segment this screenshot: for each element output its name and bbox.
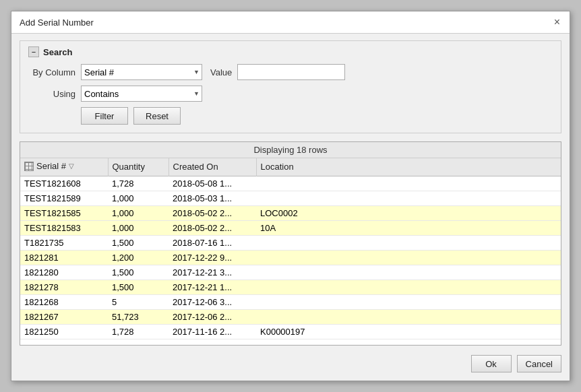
ok-button[interactable]: Ok xyxy=(471,355,512,372)
cell-serial: TEST1821585 xyxy=(20,205,108,220)
th-serial[interactable]: Serial # ▽ xyxy=(20,158,108,176)
table-body: TEST18216081,7282018-05-08 1...TEST18215… xyxy=(20,176,561,339)
cell-location xyxy=(256,265,561,280)
grid-icon xyxy=(24,162,34,171)
cell-location xyxy=(256,235,561,250)
filter-button[interactable]: Filter xyxy=(81,107,128,125)
using-select-wrapper: Contains Equals Starts With Ends With xyxy=(81,86,202,102)
cell-created: 2017-11-16 2... xyxy=(169,324,256,339)
cell-location xyxy=(256,191,561,205)
search-title: Search xyxy=(43,47,72,57)
search-section: − Search By Column Serial # Quantity Cre… xyxy=(20,40,561,133)
table-row[interactable]: 18212811,2002017-12-22 9... xyxy=(20,250,561,265)
th-location[interactable]: Location xyxy=(256,158,561,176)
table-row[interactable]: TEST18216081,7282018-05-08 1... xyxy=(20,176,561,191)
reset-button[interactable]: Reset xyxy=(133,107,181,125)
th-quantity[interactable]: Quantity xyxy=(108,158,169,176)
th-created-label: Created On xyxy=(173,162,218,172)
cell-created: 2018-05-08 1... xyxy=(169,176,256,191)
table-header-row: Serial # ▽ Quantity Created On Location xyxy=(20,158,561,176)
cell-location xyxy=(256,176,561,191)
cell-created: 2018-05-02 2... xyxy=(169,220,256,235)
table-row[interactable]: 18212501,7282017-11-16 2...K00000197 xyxy=(20,324,561,339)
table-section: Displaying 18 rows Serial # ▽ Quanti xyxy=(20,141,561,346)
using-select[interactable]: Contains Equals Starts With Ends With xyxy=(81,86,202,102)
cell-serial: 1821280 xyxy=(20,265,108,280)
cell-quantity: 1,500 xyxy=(108,265,169,280)
table-row[interactable]: 182126751,7232017-12-06 2... xyxy=(20,309,561,324)
cell-created: 2017-12-21 3... xyxy=(169,265,256,280)
th-location-label: Location xyxy=(261,162,294,172)
cell-location xyxy=(256,309,561,324)
cell-location xyxy=(256,294,561,309)
value-label: Value xyxy=(210,67,232,77)
cell-serial: T1821735 xyxy=(20,235,108,250)
cell-quantity: 1,728 xyxy=(108,176,169,191)
table-info-bar: Displaying 18 rows xyxy=(20,142,561,158)
cell-created: 2017-12-06 3... xyxy=(169,294,256,309)
by-column-select-wrapper: Serial # Quantity Created On Location xyxy=(81,64,202,80)
sort-icon: ▽ xyxy=(69,162,74,170)
cell-quantity: 1,000 xyxy=(108,191,169,205)
cell-quantity: 5 xyxy=(108,294,169,309)
cell-created: 2017-12-21 1... xyxy=(169,280,256,294)
cell-location xyxy=(256,280,561,294)
th-quantity-label: Quantity xyxy=(113,162,145,172)
cell-quantity: 1,500 xyxy=(108,280,169,294)
cell-serial: 1821267 xyxy=(20,309,108,324)
cell-created: 2018-05-03 1... xyxy=(169,191,256,205)
cell-created: 2017-12-06 2... xyxy=(169,309,256,324)
using-label: Using xyxy=(28,89,75,99)
cell-serial: 1821250 xyxy=(20,324,108,339)
table-row[interactable]: 18212801,5002017-12-21 3... xyxy=(20,265,561,280)
table-row[interactable]: 18212781,5002017-12-21 1... xyxy=(20,280,561,294)
cell-quantity: 1,200 xyxy=(108,250,169,265)
value-input[interactable] xyxy=(237,64,345,80)
by-column-row: By Column Serial # Quantity Created On L… xyxy=(28,64,553,80)
by-column-select[interactable]: Serial # Quantity Created On Location xyxy=(81,64,202,80)
cell-location: LOC0002 xyxy=(256,205,561,220)
table-row[interactable]: TEST18215831,0002018-05-02 2...10A xyxy=(20,220,561,235)
cell-quantity: 51,723 xyxy=(108,309,169,324)
cell-created: 2018-07-16 1... xyxy=(169,235,256,250)
cancel-button[interactable]: Cancel xyxy=(517,355,561,372)
cell-location xyxy=(256,250,561,265)
cell-quantity: 1,000 xyxy=(108,205,169,220)
cell-serial: 1821281 xyxy=(20,250,108,265)
cell-serial: TEST1821583 xyxy=(20,220,108,235)
cell-quantity: 1,000 xyxy=(108,220,169,235)
table-row[interactable]: TEST18215891,0002018-05-03 1... xyxy=(20,191,561,205)
add-serial-number-dialog: Add Serial Number × − Search By Column S… xyxy=(11,11,570,381)
cell-serial: 1821268 xyxy=(20,294,108,309)
dialog-footer: Ok Cancel xyxy=(11,351,570,381)
cell-quantity: 1,728 xyxy=(108,324,169,339)
table-row[interactable]: T18217351,5002018-07-16 1... xyxy=(20,235,561,250)
close-button[interactable]: × xyxy=(553,17,561,28)
cell-created: 2017-12-22 9... xyxy=(169,250,256,265)
serial-table: Serial # ▽ Quantity Created On Location xyxy=(20,158,561,339)
using-row: Using Contains Equals Starts With Ends W… xyxy=(28,86,553,102)
cell-quantity: 1,500 xyxy=(108,235,169,250)
table-row[interactable]: 182126852017-12-06 3... xyxy=(20,294,561,309)
cell-serial: TEST1821589 xyxy=(20,191,108,205)
cell-location: 10A xyxy=(256,220,561,235)
by-column-label: By Column xyxy=(28,67,75,77)
title-bar: Add Serial Number × xyxy=(11,11,570,34)
cell-created: 2018-05-02 2... xyxy=(169,205,256,220)
dialog-title: Add Serial Number xyxy=(20,18,94,28)
cell-location: K00000197 xyxy=(256,324,561,339)
th-created[interactable]: Created On xyxy=(169,158,256,176)
cell-serial: TEST1821608 xyxy=(20,176,108,191)
table-row[interactable]: TEST18215851,0002018-05-02 2...LOC0002 xyxy=(20,205,561,220)
th-serial-label: Serial # xyxy=(36,161,66,171)
collapse-button[interactable]: − xyxy=(28,46,39,57)
table-scroll[interactable]: Serial # ▽ Quantity Created On Location xyxy=(20,158,561,345)
cell-serial: 1821278 xyxy=(20,280,108,294)
filter-row: Filter Reset xyxy=(81,107,553,125)
search-header: − Search xyxy=(28,46,553,57)
